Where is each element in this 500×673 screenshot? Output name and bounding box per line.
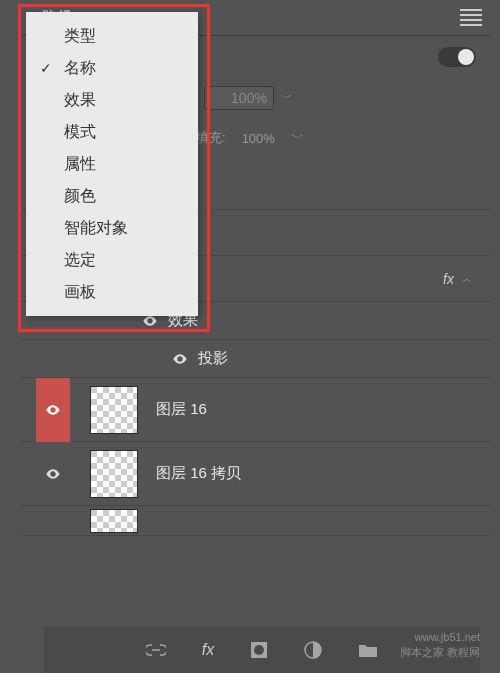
layer-thumbnail xyxy=(90,386,138,434)
fill-label: 填充: xyxy=(196,129,226,147)
chevron-down-icon: ﹀ xyxy=(282,91,292,105)
visibility-toggle[interactable] xyxy=(36,378,70,442)
svg-point-8 xyxy=(254,645,264,655)
eye-icon xyxy=(45,402,61,418)
fill-value[interactable]: 100% xyxy=(242,131,275,146)
dropdown-item-mode[interactable]: 模式 xyxy=(26,116,198,148)
panel-menu-button[interactable] xyxy=(460,7,482,29)
adjustment-icon[interactable] xyxy=(304,641,322,659)
dropdown-item-selected[interactable]: 选定 xyxy=(26,244,198,276)
filter-toggle[interactable] xyxy=(438,47,476,67)
collapse-arrow-icon[interactable]: ︿ xyxy=(462,272,480,286)
link-icon[interactable] xyxy=(146,643,166,657)
effect-drop-shadow: 投影 xyxy=(198,349,228,368)
group-icon[interactable] xyxy=(358,642,378,658)
dropdown-item-name[interactable]: 名称 xyxy=(26,52,198,84)
dropdown-item-smartobject[interactable]: 智能对象 xyxy=(26,212,198,244)
chevron-down-icon: ﹀ xyxy=(291,129,304,147)
dropdown-item-color[interactable]: 颜色 xyxy=(26,180,198,212)
eye-icon xyxy=(45,466,61,482)
dropdown-item-effect[interactable]: 效果 xyxy=(26,84,198,116)
layer-thumbnail xyxy=(90,509,138,533)
eye-icon xyxy=(172,351,188,367)
layer-thumbnail xyxy=(90,450,138,498)
fx-button[interactable]: fx xyxy=(202,641,214,659)
layer-name: 图层 16 xyxy=(156,400,490,419)
filter-kind-dropdown: 类型 名称 效果 模式 属性 颜色 智能对象 选定 画板 xyxy=(26,12,198,316)
layer-row[interactable] xyxy=(22,506,490,536)
mask-icon[interactable] xyxy=(250,641,268,659)
dropdown-item-artboard[interactable]: 画板 xyxy=(26,276,198,308)
layer-row[interactable]: 图层 16 拷贝 xyxy=(22,442,490,506)
watermark: www.jb51.net 脚本之家 教程网 xyxy=(400,630,480,659)
layer-row[interactable]: 图层 16 xyxy=(22,378,490,442)
visibility-toggle[interactable] xyxy=(36,466,70,482)
dropdown-item-attribute[interactable]: 属性 xyxy=(26,148,198,180)
layer-effect-row[interactable]: 投影 xyxy=(22,340,490,378)
layer-name: 图层 16 拷贝 xyxy=(156,464,490,483)
dropdown-item-type[interactable]: 类型 xyxy=(26,20,198,52)
opacity-value[interactable]: 100% xyxy=(204,86,274,110)
fx-badge[interactable]: fx xyxy=(443,271,454,287)
